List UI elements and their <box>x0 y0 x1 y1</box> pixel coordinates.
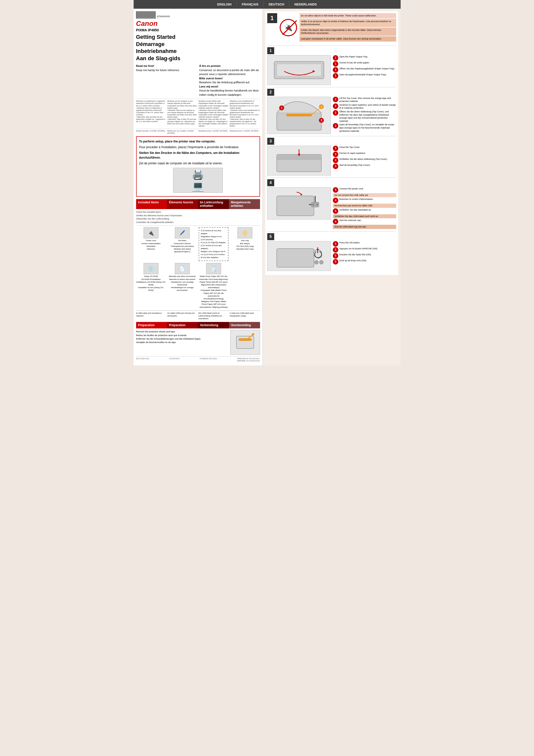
barcode-text: QT54324V01 <box>157 15 170 18</box>
step-3-descriptions: 3 Close the Top Cover. 3 Fermez le capot… <box>333 146 396 176</box>
lang-nederlands[interactable]: NEDERLANDS <box>289 2 322 7</box>
step-4-warning-de: Schließen Sie das USB-Kabel noch nicht a… <box>333 214 396 219</box>
step-2-circle-de: 2 <box>333 110 338 116</box>
a-lire-title: À lire en premier <box>199 64 260 68</box>
divider-1 <box>267 45 396 46</box>
warning-text-fr: Veillez à ce qu'aucun objet ne tombe à l… <box>299 19 396 27</box>
step-4-section: 4 <box>267 179 396 230</box>
step-3-content: 3 Close the Top Cover. 3 Fermez le capot… <box>267 146 396 176</box>
lang-english[interactable]: ENGLISH <box>212 2 237 7</box>
step-1-section: 1 1 Ope <box>267 47 396 85</box>
lang-francais[interactable]: FRANÇAIS <box>237 2 264 7</box>
main-layout: QT54324V01 Canon PIXMA iP4950 Getting St… <box>134 9 401 365</box>
manuals-icon: 📄 <box>175 263 190 274</box>
bitte-text: Bewahren Sie die Anleitung griffbereit a… <box>199 80 260 85</box>
step-3-section: 3 3 Clo <box>267 138 396 176</box>
pixma-title: PIXMA iP4950 <box>136 28 260 32</box>
disc-tray-label-de: CD-Fach (Disc tray) <box>230 245 260 248</box>
warning-text-nl: Laat geen voorwerpen in de printer valle… <box>299 36 396 41</box>
step-4-warning-fr: Ne branchez pas encore le câble USB. <box>333 203 396 208</box>
power-cord-label-de: Netzkabel <box>136 245 166 248</box>
step-3-circle-en: 3 <box>333 146 338 151</box>
step-3-circle-de: 3 <box>333 158 338 163</box>
prep-step-en: Remove the protective sheets and tape. <box>136 330 228 333</box>
svg-point-20 <box>313 204 314 205</box>
disc-adapter-label-fr: Adaptateur disque 8 cm (3,15 pouces) <box>201 235 226 241</box>
step-5-desc-de: 5 Drücken Sie die Taste EIN (ON). <box>333 253 396 258</box>
setup-line-en: To perform setup, place the printer near… <box>139 139 257 144</box>
setup-cdrom-label-en: Setup CD-ROM <box>136 275 166 278</box>
model-nl: Modelnummer: K10367 (iP4950) <box>230 130 260 134</box>
power-cord-label-en: Power cord <box>136 239 166 242</box>
svg-text:1: 1 <box>281 106 282 110</box>
step-5-desc-nl: 5 Druk op de knop AAN (ON). <box>333 259 396 264</box>
tape-removal-svg <box>233 331 258 354</box>
usb-note-nl: U hebt een USB-kabel (niet inbegrepen) n… <box>230 312 260 320</box>
step-4-descriptions: 4 Connect the power cord. Do not connect… <box>333 187 396 230</box>
usb-note-fr: Un câble USB (non fournis) est nécessair… <box>167 312 197 320</box>
step-3-svg <box>272 147 326 174</box>
footer-printed: PRINTED IN XXXXXXXX IMPRIMÉ XX XXXXXXXX <box>237 358 260 362</box>
step-1-circle-nl: 1 <box>333 73 338 79</box>
step-5-header: 5 <box>267 233 396 240</box>
step-4-desc-de: 4 Schließen Sie das Netzkabel an. <box>333 208 396 214</box>
step-5-svg <box>272 242 326 270</box>
setup-line-nl: Zet de printer naast de computer om de i… <box>139 161 257 166</box>
divider-2 <box>267 87 396 87</box>
setup-line-de: Stellen Sie den Drucker in die Nähe des … <box>139 151 257 160</box>
included-check-text: Check the included items. Vérifiez les é… <box>136 210 260 226</box>
step-1-indicator: 1 <box>267 13 277 24</box>
svg-text:2: 2 <box>321 105 322 108</box>
step-4-circle-de: 4 <box>333 208 338 214</box>
svg-rect-23 <box>277 249 314 267</box>
step-1-num: 1 <box>267 47 274 54</box>
preparation-text: Remove the protective sheets and tape. R… <box>136 330 228 344</box>
prep-step-de: Entfernen Sie die Schutzabdeckungen und … <box>136 337 228 340</box>
preparation-content: Remove the protective sheets and tape. R… <box>136 330 260 355</box>
step-2-desc-de: 2 Öffnen Sie die obere Abdeckung (Top Co… <box>333 110 396 122</box>
prep-header-nl: Voorbereiding <box>229 322 260 328</box>
step-5-image <box>267 241 331 271</box>
step-4-svg <box>272 188 326 218</box>
footer-copyright: ©CANON INC.2011 <box>199 358 217 362</box>
step-2-image: 1 2 3 <box>267 97 331 134</box>
step-3-circle-nl: 3 <box>333 164 338 169</box>
svg-text:3: 3 <box>320 119 322 122</box>
trademark-nl: Windows is een handelsmerk of gedeponeer… <box>230 100 260 127</box>
model-row: Model Number: K10367 (iP4950) Référence … <box>136 129 260 134</box>
bitte-title: Bitte zuerst lesen! <box>199 76 260 81</box>
read-me-subtitle: Keep me handy for future reference. <box>136 68 197 72</box>
step-4-desc-nl: 4 Sluit het netsnoer aan. <box>333 219 396 224</box>
warning-area: 🔌 Do not allow objects to fall inside th… <box>280 13 396 42</box>
included-items-header-en: Included Items <box>136 199 167 209</box>
setup-cdrom-label-fr: CD-ROM d'installation <box>136 278 166 281</box>
lang-deutsch[interactable]: DEUTSCH <box>264 2 289 7</box>
item-disc-tray: 📀 Disc tray Bac disque CD-Fach (Disc tra… <box>230 227 260 261</box>
warning-text-area: Do not allow objects to fall inside the … <box>299 13 396 42</box>
step-2-content: 1 2 3 <box>267 97 396 134</box>
included-items-headers: Included Items Éléments fournis Im Liefe… <box>136 199 260 209</box>
step-4-content: 4 Connect the power cord. Do not connect… <box>267 187 396 230</box>
trademark-fr: Windows est une marque ou une marque dép… <box>167 100 197 127</box>
a-lire-text: Conservez ce document à portée de main a… <box>199 68 260 76</box>
setup-line-fr: Pour procéder à l'installation, placez l… <box>139 145 257 150</box>
step-3-header: 3 <box>267 138 396 145</box>
plug-icon: 🔌 <box>284 23 292 32</box>
ink-tanks-label-en: Ink tanks <box>167 239 197 242</box>
step-3-image <box>267 146 331 176</box>
barcode-image <box>136 11 156 19</box>
photo-paper-icon: 🗒️ <box>206 263 221 274</box>
step-4-circle-en: 4 <box>333 187 338 193</box>
prep-header-en: Preparation <box>136 322 167 328</box>
step-1-descriptions: 1 Open the Paper Output Tray. 1 Ouvrez l… <box>333 55 396 85</box>
step-2-desc-fr: 2 Soulevez le capot supérieur, puis reti… <box>333 103 396 110</box>
item-disc-adapter: 3.15 inches (8 cm) disc adapter Adaptate… <box>199 227 228 261</box>
setup-box: To perform setup, place the printer near… <box>136 136 260 197</box>
usb-note: A USB cable (not included) is required. … <box>136 310 260 320</box>
step-3-desc-de: 3 Schließen Sie die obere Abdeckung (Top… <box>333 158 396 163</box>
warning-text-de: Achten Sie darauf, dass keine Gegenständ… <box>299 28 396 36</box>
prep-step-fr: Retirez les feuilles de protection ainsi… <box>136 334 228 337</box>
items-grid-row2: 💿 Setup CD-ROM CD-ROM d'installation Ins… <box>136 263 260 308</box>
canon-logo: Canon <box>136 20 260 28</box>
step-3-desc-nl: 3 Sluit de bovenklep (Top Cover). <box>333 164 396 169</box>
